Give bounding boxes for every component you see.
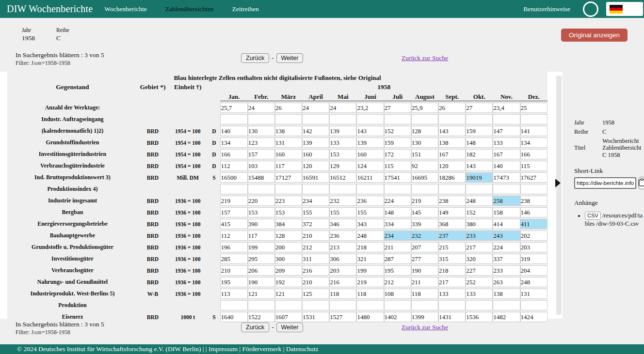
table-cell: 211	[384, 242, 411, 252]
row-einheit: 1936 = 100	[168, 207, 208, 217]
app-title[interactable]: DIW Wochenberichte	[7, 3, 93, 15]
table-row: VerbrauchsgüterBRD1936 = 100210206209216…	[7, 265, 547, 276]
german-flag-icon	[610, 5, 623, 14]
meta-row: TitelWochenbericht Zahlenübersicht C 195…	[574, 138, 644, 158]
table-cell: 134	[220, 138, 247, 148]
original-anzeigen-button[interactable]: Original anzeigen	[561, 29, 628, 42]
table-cell: 143	[438, 126, 466, 136]
row-gebiet: BRD	[138, 219, 168, 229]
row-einheit: 1954 = 100	[168, 138, 208, 148]
table-cell: 199	[248, 242, 275, 252]
table-row: InvestitionsgüterBRD1936 = 1002852953003…	[7, 254, 547, 264]
csv-format-button[interactable]: CSV	[585, 212, 601, 220]
table-cell: 182	[466, 149, 493, 159]
table-cell	[493, 300, 520, 310]
table-cell: 167	[438, 149, 466, 159]
row-einheit: 1936 = 100	[168, 277, 208, 287]
row-einheit: 1954 = 100	[168, 126, 208, 136]
row-einheit: 1936 = 100	[168, 254, 208, 264]
clipboard-icon	[639, 178, 644, 188]
footer-link-fördervermerk[interactable]: Fördervermerk	[242, 345, 281, 353]
row-gebiet: W-B	[138, 289, 168, 299]
table-cell: 147	[493, 126, 520, 136]
meta-value: C	[602, 128, 644, 135]
nav-item-wochenberichte[interactable]: Wochenberichte	[104, 5, 146, 13]
table-row: EnergieversorgungsbetriebeBRD1936 = 1004…	[7, 219, 547, 229]
back-button[interactable]: Zurück	[241, 323, 269, 332]
row-einheit: Mill. DM	[168, 172, 208, 183]
table-cell: 411	[520, 219, 547, 229]
next-button[interactable]: Weiter	[276, 53, 304, 63]
shortlink-input[interactable]	[574, 177, 636, 189]
table-caption: Blau hinterlegte Zellen enthalten nicht …	[7, 74, 547, 82]
row-label: (kalendermonatlich) 1)2)	[7, 126, 138, 136]
meta-value: 1958	[602, 119, 644, 126]
table-cell: 139	[329, 126, 356, 136]
table-cell: 219	[220, 196, 247, 206]
row-label: Investitionsgüterindustrien	[7, 149, 138, 159]
vertical-scrollbar[interactable]	[556, 76, 562, 315]
table-cell: 223	[275, 196, 302, 206]
table-cell: 211	[411, 277, 438, 287]
next-button[interactable]: Weiter	[276, 323, 304, 332]
back-to-search-link[interactable]: Zurück zur Suche	[402, 54, 448, 62]
table-cell	[220, 114, 247, 124]
back-to-search-link[interactable]: Zurück zur Suche	[402, 323, 448, 331]
table-cell: 236	[356, 196, 384, 206]
circle-icon[interactable]	[583, 1, 598, 17]
table-cell	[248, 184, 275, 194]
row-ds-flag	[208, 207, 220, 217]
reihe-label: Reihe	[56, 27, 69, 33]
topbar-right: Benutzerhinweise	[523, 1, 644, 17]
table-cell: 368	[438, 219, 466, 229]
footer-link-impressum[interactable]: Impressum	[209, 345, 238, 353]
table-cell: 224	[384, 196, 411, 206]
table-cell: 321	[356, 254, 384, 264]
nav-item-zahlenübersichten[interactable]: Zahlenübersichten	[165, 5, 214, 13]
table-cell	[329, 114, 356, 124]
table-row: Industr. Auftragseingang	[7, 114, 547, 124]
table-cell: 153	[275, 207, 302, 217]
month-header: Jan.	[220, 92, 247, 101]
copy-button[interactable]	[638, 177, 644, 189]
filter-label: Filter:	[16, 60, 30, 66]
meta-value: Wochenbericht Zahlenübersicht C 1958	[602, 138, 644, 158]
row-ds-flag: D	[208, 161, 220, 171]
language-selector[interactable]	[606, 2, 643, 16]
back-button[interactable]: Zurück	[241, 53, 269, 63]
table-cell: 131	[520, 289, 547, 299]
table-cell: 115	[520, 161, 547, 171]
nav-item-zeitreihen[interactable]: Zeitreihen	[232, 5, 258, 13]
copyright-text: © 2024 Deutsches Institut für Wirtschaft…	[17, 345, 204, 353]
table-cell: 390	[248, 219, 275, 229]
pagination-top: In Suchergebnis blättern : 3 von 5 Filte…	[0, 50, 644, 69]
table-cell	[248, 300, 275, 310]
row-label: Industr. Auftragseingang	[7, 114, 138, 124]
table-cell: 311	[302, 254, 329, 264]
table-cell: 26	[275, 103, 302, 113]
footer-link-datenschutz[interactable]: Datenschutz	[286, 345, 319, 353]
filter-summary: Jahr 1958 Reihe C	[22, 27, 69, 42]
table-cell	[520, 184, 547, 194]
jahr-label: Jahr	[22, 27, 35, 33]
table-cell: 210	[302, 231, 329, 241]
table-cell: 263	[493, 277, 520, 287]
table-cell: 152	[466, 207, 493, 217]
table-cell: 152	[384, 126, 411, 136]
sidebar-toggle-arrow-icon[interactable]	[555, 179, 561, 187]
table-cell: 232	[329, 196, 356, 206]
table-cell: 158	[493, 207, 520, 217]
table-row: BergbauBRD1936 = 10015715315315515515514…	[7, 207, 547, 217]
search-result-info: In Suchergebnis blättern : 3 von 5 Filte…	[16, 51, 104, 67]
col-header-gegenstand: Gegenstand	[7, 83, 138, 91]
benutzerhinweise-link[interactable]: Benutzerhinweise	[523, 5, 570, 13]
row-einheit: 1936 = 100	[168, 289, 208, 299]
month-header: Dez.	[520, 92, 547, 101]
row-ds-flag	[208, 265, 220, 276]
table-row: Produktionsindex 4)	[7, 184, 547, 194]
row-ds-flag	[208, 242, 220, 252]
row-label: Grundstoffe u. Produktionsgüter	[7, 242, 138, 252]
col-header-gebiet: Gebiet *)	[138, 83, 168, 91]
row-gebiet: BRD	[138, 196, 168, 206]
table-row: Industrieprodukt. West-Berlins 5)W-B1936…	[7, 289, 547, 299]
